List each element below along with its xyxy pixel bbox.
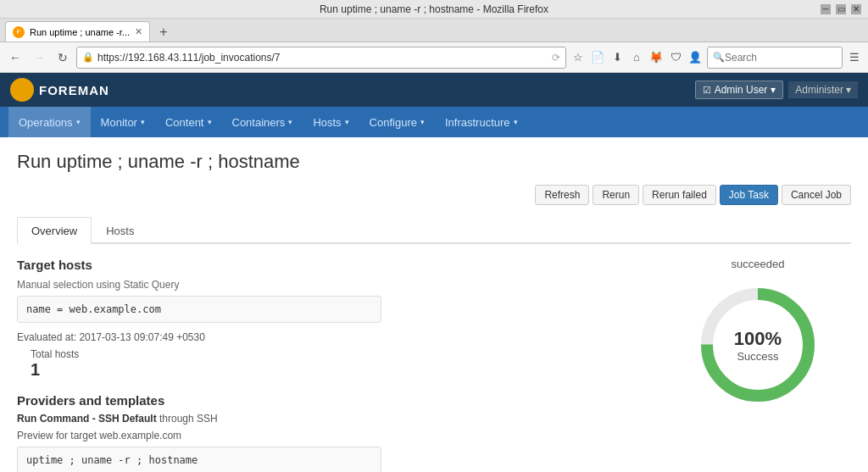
search-bar-container: 🔍 xyxy=(707,47,843,69)
donut-success-label: Success xyxy=(737,350,778,363)
content-chevron: ▾ xyxy=(208,118,212,126)
nav-infrastructure-label: Infrastructure xyxy=(445,116,510,129)
browser-nav-icons: ☆ 📄 ⬇ ⌂ 🦊 🛡 👤 xyxy=(570,49,704,66)
address-input[interactable] xyxy=(97,52,548,64)
forward-button[interactable]: → xyxy=(29,47,49,68)
minimize-button[interactable]: ─ xyxy=(821,4,831,14)
nav-configure-label: Configure xyxy=(370,116,417,129)
tab-overview-label: Overview xyxy=(31,225,77,237)
search-input[interactable] xyxy=(725,52,837,64)
page-title: Run uptime ; uname -r ; hostname xyxy=(17,151,851,173)
total-hosts-value: 1 xyxy=(31,360,648,380)
nav-item-operations[interactable]: Operations ▾ xyxy=(8,107,91,137)
job-task-button[interactable]: Job Task xyxy=(720,185,778,205)
admin-user-chevron: ▾ xyxy=(771,84,776,96)
providers-title: Providers and templates xyxy=(17,393,648,408)
browser-navbar: ← → ↻ 🔒 ⟳ ☆ 📄 ⬇ ⌂ 🦊 🛡 👤 🔍 ☰ xyxy=(0,42,868,73)
close-button[interactable]: ✕ xyxy=(851,4,861,14)
nav-item-infrastructure[interactable]: Infrastructure ▾ xyxy=(435,107,528,137)
shield-icon[interactable]: 🛡 xyxy=(667,49,684,66)
nav-item-containers[interactable]: Containers ▾ xyxy=(222,107,303,137)
pocket-icon[interactable]: ⬇ xyxy=(609,49,626,66)
tab-label: Run uptime ; uname -r... xyxy=(30,27,130,37)
foreman-logo-icon xyxy=(10,78,34,102)
foreman-logo[interactable]: FOREMAN xyxy=(10,78,109,102)
total-hosts-label: Total hosts xyxy=(31,348,648,360)
rerun-button[interactable]: Rerun xyxy=(593,185,639,205)
content-tabs: Overview Hosts xyxy=(17,217,851,244)
administer-chevron: ▾ xyxy=(846,84,851,96)
fx-icon[interactable]: 🦊 xyxy=(648,49,665,66)
operations-chevron: ▾ xyxy=(76,118,81,126)
back-button[interactable]: ← xyxy=(5,47,25,68)
succeeded-label: succeeded xyxy=(732,258,785,270)
admin-user-button[interactable]: ☑ Admin User ▾ xyxy=(695,81,784,99)
query-type-label: Manual selection using Static Query xyxy=(17,279,648,291)
menu-icon[interactable]: ☰ xyxy=(846,49,863,66)
topbar-right: ☑ Admin User ▾ Administer ▾ xyxy=(695,81,858,99)
donut-percentage: 100% xyxy=(734,328,782,350)
run-command-label: Run Command - SSH Default xyxy=(17,413,157,425)
browser-titlebar: Run uptime ; uname -r ; hostname - Mozil… xyxy=(0,0,868,19)
query-value-box: name = web.example.com xyxy=(17,296,381,323)
tab-hosts[interactable]: Hosts xyxy=(92,217,148,244)
tab-favicon: F xyxy=(13,26,25,38)
main-content: Run uptime ; uname -r ; hostname Refresh… xyxy=(0,137,868,472)
browser-extra-icons: ☰ xyxy=(846,49,863,66)
cancel-job-button[interactable]: Cancel Job xyxy=(782,185,851,205)
nav-containers-label: Containers xyxy=(232,116,286,129)
bookmark-star-icon[interactable]: ☆ xyxy=(570,49,587,66)
overview-left: Target hosts Manual selection using Stat… xyxy=(17,258,648,472)
tab-hosts-label: Hosts xyxy=(106,225,134,237)
infrastructure-chevron: ▾ xyxy=(514,118,518,126)
nav-content-label: Content xyxy=(165,116,204,129)
hosts-chevron: ▾ xyxy=(345,118,349,126)
browser-tab-active[interactable]: F Run uptime ; uname -r... ✕ xyxy=(5,21,150,42)
tab-close-button[interactable]: ✕ xyxy=(135,26,142,37)
preview-label: Preview for target web.example.com xyxy=(17,430,648,441)
rerun-failed-button[interactable]: Rerun failed xyxy=(643,185,716,205)
nav-operations-label: Operations xyxy=(19,116,73,129)
admin-user-checkbox: ☑ xyxy=(703,85,711,96)
address-bar-container: 🔒 ⟳ xyxy=(76,47,566,69)
browser-controls: ─ ▭ ✕ xyxy=(821,4,861,14)
target-hosts-title: Target hosts xyxy=(17,258,648,272)
providers-desc: Run Command - SSH Default through SSH xyxy=(17,413,648,425)
tab-overview[interactable]: Overview xyxy=(17,217,92,244)
reload-button[interactable]: ↻ xyxy=(53,47,73,68)
tab-bar: F Run uptime ; uname -r... ✕ + xyxy=(0,19,868,42)
reader-icon[interactable]: 📄 xyxy=(589,49,606,66)
nav-monitor-label: Monitor xyxy=(101,116,137,129)
through-ssh-label: through SSH xyxy=(159,413,218,425)
foreman-topbar: FOREMAN ☑ Admin User ▾ Administer ▾ xyxy=(0,73,868,107)
refresh-button[interactable]: Refresh xyxy=(535,185,589,205)
browser-title: Run uptime ; uname -r ; hostname - Mozil… xyxy=(320,3,548,15)
overview-grid: Target hosts Manual selection using Stat… xyxy=(17,258,851,472)
home-icon[interactable]: ⌂ xyxy=(628,49,645,66)
action-buttons: Refresh Rerun Rerun failed Job Task Canc… xyxy=(17,185,851,205)
ssl-lock-icon: 🔒 xyxy=(82,52,94,63)
nav-item-configure[interactable]: Configure ▾ xyxy=(359,107,435,137)
overview-right: succeeded 100% Success xyxy=(665,258,851,472)
admin-user-label: Admin User xyxy=(715,84,768,96)
administer-button[interactable]: Administer ▾ xyxy=(788,81,858,98)
nav-hosts-label: Hosts xyxy=(313,116,341,129)
nav-item-content[interactable]: Content ▾ xyxy=(155,107,222,137)
evaluated-at: Evaluated at: 2017-03-13 09:07:49 +0530 xyxy=(17,331,648,343)
configure-chevron: ▾ xyxy=(420,118,425,126)
monitor-chevron: ▾ xyxy=(141,118,145,126)
reload-small-icon[interactable]: ⟳ xyxy=(552,52,560,64)
account-icon[interactable]: 👤 xyxy=(687,49,704,66)
containers-chevron: ▾ xyxy=(288,118,292,126)
foreman-logo-text: FOREMAN xyxy=(39,83,109,97)
donut-center: 100% Success xyxy=(734,328,782,363)
donut-chart: 100% Success xyxy=(690,277,826,413)
preview-value: uptime ; uname -r ; hostname xyxy=(26,454,198,466)
nav-item-monitor[interactable]: Monitor ▾ xyxy=(91,107,155,137)
new-tab-button[interactable]: + xyxy=(153,23,174,42)
search-icon: 🔍 xyxy=(713,52,725,63)
nav-item-hosts[interactable]: Hosts ▾ xyxy=(303,107,359,137)
maximize-button[interactable]: ▭ xyxy=(836,4,846,14)
administer-label: Administer xyxy=(795,84,843,96)
preview-box: uptime ; uname -r ; hostname xyxy=(17,447,381,472)
